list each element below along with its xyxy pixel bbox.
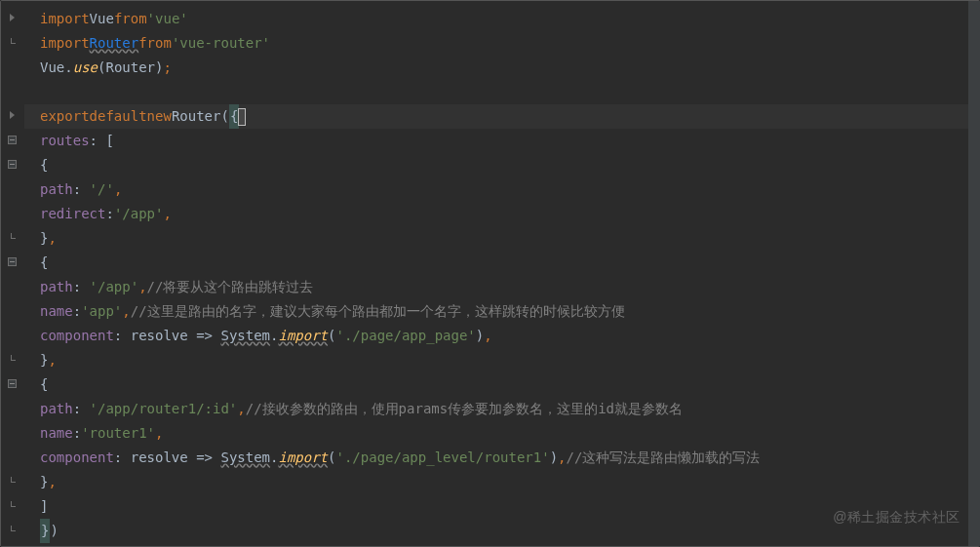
code-line: routes: [ — [40, 129, 979, 153]
code-line — [40, 80, 979, 104]
code-line: import Vue from 'vue' — [40, 7, 979, 31]
fold-marker[interactable] — [5, 11, 19, 24]
code-line: component: resolve => System.import('./p… — [40, 446, 979, 470]
code-line: { — [40, 153, 979, 177]
gutter — [1, 1, 24, 546]
fold-end-marker[interactable] — [5, 35, 19, 49]
code-line: }, — [40, 348, 979, 372]
fold-minus-icon[interactable] — [5, 376, 19, 390]
code-editor[interactable]: import Vue from 'vue' import Router from… — [0, 0, 980, 547]
code-line: name:'router1', — [40, 421, 979, 446]
code-line: }, — [40, 470, 979, 494]
code-line: name:'app',//这里是路由的名字，建议大家每个路由都加一个名字，这样跳… — [40, 299, 979, 324]
code-line: { — [40, 251, 979, 275]
code-content[interactable]: import Vue from 'vue' import Router from… — [24, 1, 979, 546]
watermark-text: @稀土掘金技术社区 — [833, 505, 960, 529]
fold-minus-icon[interactable] — [5, 254, 19, 268]
code-line: path: '/app/router1/:id',//接收参数的路由，使用par… — [40, 397, 979, 421]
fold-marker[interactable] — [5, 108, 19, 122]
code-line: path: '/app',//将要从这个路由跳转过去 — [40, 275, 979, 299]
code-line: component: resolve => System.import('./p… — [40, 324, 979, 348]
fold-minus-icon[interactable] — [5, 133, 19, 146]
fold-end-marker[interactable] — [5, 523, 19, 536]
fold-end-marker[interactable] — [5, 498, 19, 512]
code-line: import Router from 'vue-router' — [40, 31, 979, 56]
vertical-scrollbar[interactable] — [968, 1, 980, 546]
code-line: Vue.use(Router); — [40, 56, 979, 80]
code-line: path: '/', — [40, 177, 979, 202]
fold-end-marker[interactable] — [5, 474, 19, 488]
fold-minus-icon[interactable] — [5, 157, 19, 171]
code-line: { — [40, 372, 979, 397]
code-line-active: export default new Router({ — [24, 104, 979, 129]
fold-end-marker[interactable] — [5, 230, 19, 244]
fold-end-marker[interactable] — [5, 352, 19, 366]
code-line: redirect:'/app', — [40, 202, 979, 226]
code-line: }, — [40, 226, 979, 251]
